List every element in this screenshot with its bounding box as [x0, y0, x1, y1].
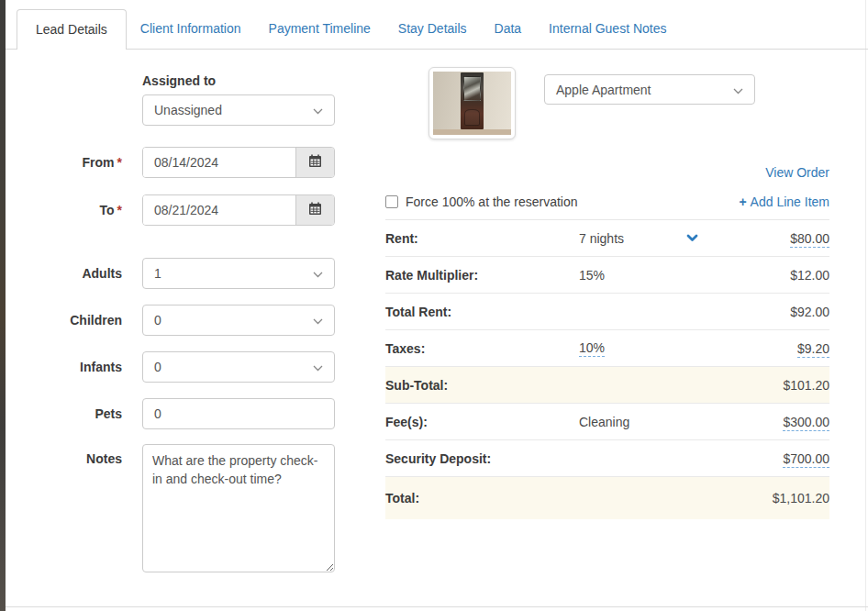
to-date-input[interactable]	[143, 195, 295, 225]
notes-textarea[interactable]: What are the property check-in and check…	[142, 444, 335, 572]
row-detail: 7 nights	[579, 231, 624, 246]
from-calendar-button[interactable]	[295, 148, 334, 177]
tab-payment-timeline[interactable]: Payment Timeline	[255, 8, 384, 49]
listing-select[interactable]: Apple Apartment	[544, 74, 755, 105]
chevron-down-icon	[313, 313, 323, 328]
calendar-icon	[308, 154, 322, 171]
children-select[interactable]: 0	[142, 305, 335, 336]
row-label: Sub-Total:	[385, 378, 579, 393]
chevron-down-icon	[733, 83, 743, 97]
pets-label: Pets	[35, 406, 122, 421]
chevron-down-icon	[313, 360, 323, 374]
order-panel: Apple Apartment View Order Force 100% at…	[385, 50, 829, 519]
force-100-checkbox-row: Force 100% at the reservation	[385, 194, 578, 209]
to-date-group	[142, 194, 335, 226]
door-photo	[433, 72, 511, 135]
force-100-label: Force 100% at the reservation	[406, 194, 578, 209]
infants-value: 0	[154, 360, 161, 374]
listing-thumbnail[interactable]	[428, 67, 516, 139]
from-date-group	[142, 147, 335, 178]
order-row-rent: Rent: 7 nights $80.00	[385, 220, 829, 257]
lead-form: Assigned to Unassigned From*	[35, 50, 347, 572]
required-asterisk: *	[117, 155, 122, 170]
row-label: Rate Multiplier:	[385, 268, 579, 283]
order-row-taxes: Taxes: 10% $9.20	[385, 330, 829, 367]
row-amount: $92.00	[790, 305, 829, 319]
adults-label: Adults	[35, 266, 122, 281]
row-detail: 15%	[579, 268, 605, 283]
row-label: Fee(s):	[385, 415, 579, 429]
plus-icon: +	[739, 194, 746, 209]
tab-internal-guest-notes[interactable]: Internal Guest Notes	[535, 8, 680, 49]
order-row-security-deposit: Security Deposit: $700.00	[385, 440, 829, 477]
page-background-edge	[0, 0, 6, 611]
row-amount[interactable]: $300.00	[783, 415, 829, 431]
order-row-total: Total: $1,101.20	[385, 477, 829, 519]
chevron-down-icon	[313, 266, 323, 281]
chevron-down-icon[interactable]	[686, 234, 698, 242]
row-detail[interactable]: 10%	[579, 340, 605, 357]
tab-stay-details[interactable]: Stay Details	[384, 8, 481, 49]
assigned-to-value: Unassigned	[154, 103, 222, 117]
adults-value: 1	[154, 266, 161, 281]
children-value: 0	[154, 313, 161, 328]
from-label: From*	[35, 155, 122, 170]
row-label: Total Rent:	[385, 305, 579, 319]
lead-details-panel: Lead Details Client Information Payment …	[0, 0, 868, 611]
tab-lead-details[interactable]: Lead Details	[17, 9, 127, 50]
notes-label: Notes	[35, 444, 122, 466]
calendar-icon	[308, 202, 322, 218]
row-amount[interactable]: $9.20	[797, 341, 829, 358]
row-amount: $1,101.20	[773, 491, 829, 505]
assigned-to-label: Assigned to	[142, 73, 335, 88]
row-label: Rent:	[385, 231, 579, 246]
row-amount[interactable]: $80.00	[790, 231, 829, 248]
pets-input[interactable]	[142, 398, 335, 429]
order-table: Rent: 7 nights $80.00 Rate Multiplier: 1…	[385, 219, 829, 519]
row-label: Total:	[385, 491, 579, 505]
assigned-to-select[interactable]: Unassigned	[142, 94, 335, 126]
order-row-subtotal: Sub-Total: $101.20	[385, 367, 829, 404]
add-line-item-link[interactable]: +Add Line Item	[739, 194, 829, 209]
force-100-checkbox[interactable]	[385, 195, 398, 208]
window-right-edge	[865, 0, 866, 611]
row-amount[interactable]: $700.00	[783, 451, 829, 468]
tab-bar: Lead Details Client Information Payment …	[6, 9, 868, 50]
order-row-fees: Fee(s): Cleaning $300.00	[385, 404, 829, 440]
infants-label: Infants	[35, 360, 122, 374]
to-label: To*	[35, 203, 122, 217]
to-calendar-button[interactable]	[295, 195, 334, 225]
tab-data[interactable]: Data	[481, 8, 536, 49]
row-detail: Cleaning	[579, 415, 629, 429]
order-row-total-rent: Total Rent: $92.00	[385, 294, 829, 330]
row-label: Taxes:	[385, 341, 579, 356]
row-amount: $101.20	[783, 378, 829, 393]
row-label: Security Deposit:	[385, 451, 579, 466]
required-asterisk: *	[117, 203, 122, 217]
tab-client-information[interactable]: Client Information	[127, 8, 255, 49]
children-label: Children	[35, 313, 122, 328]
infants-select[interactable]: 0	[142, 351, 335, 383]
bottom-divider	[6, 606, 868, 607]
chevron-down-icon	[313, 103, 323, 117]
from-date-input[interactable]	[143, 148, 295, 177]
view-order-link[interactable]: View Order	[765, 165, 829, 180]
adults-select[interactable]: 1	[142, 258, 335, 289]
row-amount: $12.00	[790, 268, 829, 283]
listing-value: Apple Apartment	[556, 83, 651, 97]
order-row-rate-multiplier: Rate Multiplier: 15% $12.00	[385, 257, 829, 294]
